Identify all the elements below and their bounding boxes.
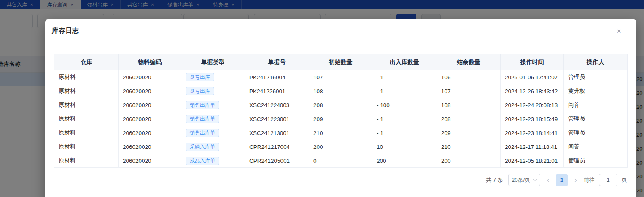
page-unit-label: 页 (622, 176, 627, 184)
cell-warehouse: 原材料 (54, 98, 119, 112)
cell-initial_qty: 209 (309, 112, 372, 126)
cell-change_qty: 200 (372, 154, 437, 168)
cell-operator: 黄升权 (564, 84, 628, 98)
chevron-down-icon (533, 177, 537, 181)
cell-operator: 管理员 (564, 154, 628, 168)
dialog-header: 库存日志 × (45, 19, 636, 43)
cell-operator: 管理员 (564, 126, 628, 140)
table-row: 原材料206020020销售出库单XSC241224003208- 100108… (54, 98, 628, 112)
column-header: 仓库 (54, 54, 119, 70)
dialog-body: 仓库物料编码单据类型单据号初始数量出入库数量结余数量操作时间操作人 原材料206… (45, 43, 636, 186)
prev-page-button[interactable]: ‹ (544, 176, 552, 184)
doc-type-tag: 盘亏出库 (186, 73, 214, 81)
doc-type-tag: 销售出库单 (186, 129, 219, 137)
column-header: 物料编码 (119, 54, 181, 70)
cell-initial_qty: 107 (309, 70, 372, 84)
column-header: 结余数量 (437, 54, 501, 70)
column-header: 初始数量 (309, 54, 372, 70)
doc-type-tag: 销售出库单 (186, 101, 219, 109)
cell-material_code: 206020020 (119, 98, 181, 112)
cell-material_code: 206020020 (119, 140, 181, 154)
doc-type-tag: 成品入库单 (186, 157, 219, 165)
cell-balance_qty: 106 (437, 70, 501, 84)
doc-type-tag: 销售出库单 (186, 115, 219, 123)
goto-label: 前往 (584, 176, 595, 184)
cell-op_time: 2024-12-26 18:43:42 (501, 84, 564, 98)
inventory-log-table: 仓库物料编码单据类型单据号初始数量出入库数量结余数量操作时间操作人 原材料206… (54, 54, 628, 168)
cell-material_code: 206020020 (119, 126, 181, 140)
dialog-title: 库存日志 (52, 27, 79, 35)
cell-op_time: 2024-12-05 18:21:01 (501, 154, 564, 168)
cell-change_qty: - 1 (372, 126, 437, 140)
cell-balance_qty: 209 (437, 126, 501, 140)
cell-change_qty: 10 (372, 140, 437, 154)
page-number-1[interactable]: 1 (556, 174, 568, 186)
cell-doc_type: 销售出库单 (181, 112, 245, 126)
screen: 其它入库×库存查询×领料出库×其它出库×销售出库单×待办理× 仓库名称 2020… (0, 0, 644, 197)
inventory-log-dialog: 库存日志 × 仓库物料编码单据类型单据号初始数量出入库数量结余数量操作时间操作人… (45, 19, 636, 197)
page-size-select[interactable]: 20条/页 (508, 174, 540, 186)
cell-material_code: 206020020 (119, 154, 181, 168)
cell-doc_no: XSC241223001 (245, 112, 309, 126)
cell-operator: 管理员 (564, 70, 628, 84)
cell-initial_qty: 208 (309, 98, 372, 112)
cell-operator: 闫菩 (564, 140, 628, 154)
cell-material_code: 206020020 (119, 70, 181, 84)
cell-change_qty: - 1 (372, 70, 437, 84)
cell-material_code: 206020020 (119, 84, 181, 98)
cell-doc_no: CPR241217004 (245, 140, 309, 154)
page-size-value: 20条/页 (512, 176, 530, 184)
table-row: 原材料206020020成品入库单CPR24120500102002002024… (54, 154, 628, 168)
cell-operator: 闫菩 (564, 98, 628, 112)
cell-op_time: 2024-12-23 18:15:49 (501, 112, 564, 126)
cell-doc_type: 采购入库单 (181, 140, 245, 154)
cell-warehouse: 原材料 (54, 154, 119, 168)
close-icon[interactable]: × (615, 25, 630, 37)
cell-doc_no: CPR241205001 (245, 154, 309, 168)
cell-op_time: 2025-01-06 17:41:07 (501, 70, 564, 84)
cell-op_time: 2024-12-24 20:08:13 (501, 98, 564, 112)
cell-operator: 管理员 (564, 112, 628, 126)
cell-material_code: 206020020 (119, 112, 181, 126)
doc-type-tag: 采购入库单 (186, 143, 219, 151)
cell-doc_no: PK241216004 (245, 70, 309, 84)
cell-doc_type: 盘亏出库 (181, 84, 245, 98)
cell-doc_type: 盘亏出库 (181, 70, 245, 84)
cell-doc_type: 销售出库单 (181, 126, 245, 140)
doc-type-tag: 盘亏出库 (186, 87, 214, 95)
column-header: 单据号 (245, 54, 309, 70)
cell-change_qty: - 1 (372, 112, 437, 126)
table-row: 原材料206020020销售出库单XSC241223001209- 120820… (54, 112, 628, 126)
table-row: 原材料206020020盘亏出库PK241216004107- 11062025… (54, 70, 628, 84)
cell-op_time: 2024-12-23 18:14:41 (501, 126, 564, 140)
cell-warehouse: 原材料 (54, 126, 119, 140)
cell-doc_no: XSC241224003 (245, 98, 309, 112)
total-count-label: 共 7 条 (486, 176, 503, 184)
goto-page-input[interactable] (599, 174, 617, 186)
cell-initial_qty: 210 (309, 126, 372, 140)
cell-balance_qty: 108 (437, 98, 501, 112)
cell-change_qty: - 100 (372, 98, 437, 112)
column-header: 操作人 (564, 54, 628, 70)
cell-warehouse: 原材料 (54, 140, 119, 154)
table-row: 原材料206020020采购入库单CPR24121700420010210202… (54, 140, 628, 154)
cell-doc_no: PK241226001 (245, 84, 309, 98)
cell-doc_no: XSC241213001 (245, 126, 309, 140)
cell-initial_qty: 108 (309, 84, 372, 98)
column-header: 出入库数量 (372, 54, 437, 70)
column-header: 操作时间 (501, 54, 564, 70)
table-row: 原材料206020020盘亏出库PK241226001108- 11072024… (54, 84, 628, 98)
next-page-button[interactable]: › (572, 176, 579, 184)
cell-change_qty: - 1 (372, 84, 437, 98)
table-row: 原材料206020020销售出库单XSC241213001210- 120920… (54, 126, 628, 140)
column-header: 单据类型 (181, 54, 245, 70)
cell-warehouse: 原材料 (54, 70, 119, 84)
cell-doc_type: 成品入库单 (181, 154, 245, 168)
cell-initial_qty: 200 (309, 140, 372, 154)
cell-warehouse: 原材料 (54, 112, 119, 126)
cell-balance_qty: 200 (437, 154, 501, 168)
pagination-bar: 共 7 条 20条/页 ‹ 1 › 前往 页 (54, 174, 627, 186)
cell-op_time: 2024-12-17 11:18:41 (501, 140, 564, 154)
cell-initial_qty: 0 (309, 154, 372, 168)
cell-balance_qty: 210 (437, 140, 501, 154)
